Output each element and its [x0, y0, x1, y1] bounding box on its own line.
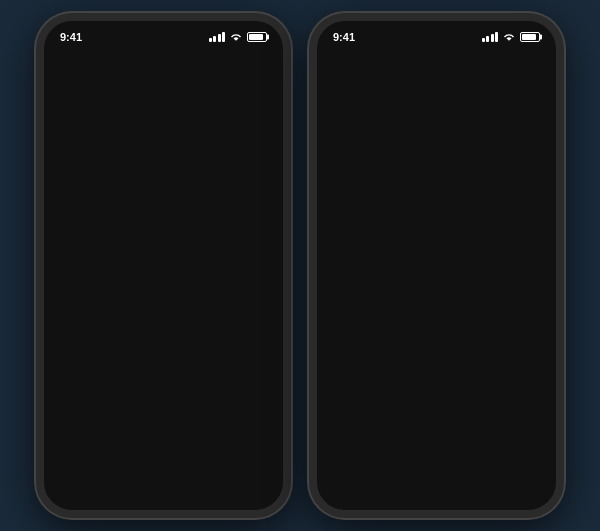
watch-app-icon-left: [86, 66, 108, 88]
tab-watch-icon-right: [336, 460, 358, 482]
status-time-left: 9:41: [60, 31, 82, 43]
byword-bar-right[interactable]: B Byword From "Juli's New MacBook Pro": [331, 403, 542, 445]
tab-face-gallery-right[interactable]: ⧉ Face Gallery: [387, 460, 438, 494]
menu-item-activity-left[interactable]: ◉ Activity ›: [58, 386, 269, 396]
section-divider-right: [331, 378, 542, 386]
tab-search-label-right: Search: [517, 484, 546, 494]
tab-search-icon-right: 🔍: [521, 460, 543, 482]
sounds-icon-left: 🔔: [72, 221, 98, 247]
tab-my-watch-left[interactable]: My Watch: [62, 460, 102, 494]
privacy-icon-right: 🤚: [345, 344, 371, 370]
brightness-icon-right: Aa: [345, 180, 371, 206]
tab-face-icon-left: ⧉: [152, 460, 174, 482]
tab-search-right[interactable]: 🔍 Search: [517, 460, 546, 494]
tab-watch-label-right: My Watch: [327, 484, 367, 494]
byword-title-right: Byword: [384, 412, 525, 426]
tab-appstore-label-left: App Store: [225, 484, 265, 494]
phone-left: 9:41 ‹: [36, 13, 291, 518]
watch-icon-right: [362, 69, 378, 85]
comment-badge-right: ↩ 219 comments: [474, 147, 528, 156]
phone-left-screen: 9:41 ‹: [44, 21, 283, 510]
byword-bar-left[interactable]: B Byword From "Juli's New MacBook Pro": [58, 403, 269, 445]
svg-rect-11: [344, 466, 350, 476]
cellular-icon-left: 📶: [72, 139, 98, 165]
tab-appstore-icon-left: A: [234, 460, 256, 482]
svg-point-1: [96, 75, 99, 78]
svg-rect-5: [79, 466, 85, 476]
byword-subtitle-left: From "Juli's New MacBook Pro": [111, 426, 252, 437]
byword-title-left: Byword: [111, 412, 252, 426]
passcode-icon-left: 🔒: [72, 262, 98, 288]
passcode-icon-right: 🔒: [345, 262, 371, 288]
battery-icon-left: [247, 32, 267, 42]
watch-app-icon-right: [359, 66, 381, 88]
wifi-icon-right: [502, 32, 516, 42]
cellular-icon-right: 📶: [345, 139, 371, 165]
status-icons-left: [209, 32, 268, 42]
section-divider-left: [58, 378, 269, 386]
tab-app-store-right[interactable]: A App Store: [458, 460, 498, 494]
brightness-icon-left: Aa: [72, 180, 98, 206]
phone-right-screen: 9:41 ‹: [317, 21, 556, 510]
tab-appstore-label-right: App Store: [458, 484, 498, 494]
battery-icon-right: [520, 32, 540, 42]
news-overlay-right: Following the models, iFixit la version …: [469, 59, 556, 357]
watch-icon-left: [89, 69, 105, 85]
sos-icon-left: SOS: [72, 303, 98, 329]
tab-face-label-left: Face Gallery: [138, 484, 189, 494]
byword-text-left: Byword From "Juli's New MacBook Pro": [111, 412, 252, 437]
menu-item-activity-right[interactable]: ◉ Activity ›: [331, 386, 542, 396]
tab-face-label-right: Face Gallery: [387, 484, 438, 494]
news-overlay-left: iFixit Tests Sili MacBook Pro K Jul 19, …: [196, 59, 283, 357]
passcode-label-right: Passcode: [381, 268, 438, 283]
signal-icon-right: [482, 32, 499, 42]
back-arrow-left[interactable]: ‹: [63, 217, 68, 235]
passcode-label-left: Passcode: [108, 268, 165, 283]
comment-badge-left: ↩ 219 comments: [201, 173, 255, 182]
wifi-icon-left: [229, 32, 243, 42]
tab-appstore-icon-right: A: [467, 460, 489, 482]
privacy-icon-left: 🤚: [72, 344, 98, 370]
cellular-label-left: Cellular: [108, 145, 152, 160]
tab-app-store-left[interactable]: A App Store: [225, 460, 265, 494]
activity-icon-left: ◉: [72, 393, 98, 396]
byword-icon-right: B: [344, 409, 374, 439]
byword-subtitle-right: From "Juli's New MacBook Pro": [384, 426, 525, 437]
sounds-icon-right: 🔔: [345, 221, 371, 247]
sos-label-left: Emergency SOS: [108, 309, 205, 324]
tab-bar-right: My Watch ⧉ Face Gallery A App Store 🔍 Se…: [317, 450, 556, 510]
status-icons-right: [482, 32, 541, 42]
byword-text-right: Byword From "Juli's New MacBook Pro": [384, 412, 525, 437]
sos-label-right: Emergency SOS: [381, 309, 478, 324]
cellular-label-right: Cellular: [381, 145, 425, 160]
privacy-label-right: Privacy: [381, 350, 424, 365]
tab-my-watch-right[interactable]: My Watch: [327, 460, 367, 494]
notch-right: [392, 21, 482, 43]
sos-icon-right: SOS: [345, 303, 371, 329]
tab-face-gallery-left[interactable]: ⧉ Face Gallery: [138, 460, 189, 494]
activity-icon-right: ◉: [345, 393, 371, 396]
byword-icon-left: B: [71, 409, 101, 439]
svg-point-7: [369, 75, 372, 78]
status-time-right: 9:41: [333, 31, 355, 43]
tab-watch-icon-left: [71, 460, 93, 482]
back-arrow-right[interactable]: ‹: [336, 217, 341, 235]
tab-bar-left: My Watch ⧉ Face Gallery A App Store: [44, 450, 283, 510]
signal-icon-left: [209, 32, 226, 42]
tab-face-icon-right: ⧉: [401, 460, 423, 482]
privacy-label-left: Privacy: [108, 350, 151, 365]
phone-right: 9:41 ‹: [309, 13, 564, 518]
tab-watch-label-left: My Watch: [62, 484, 102, 494]
notch-left: [119, 21, 209, 43]
